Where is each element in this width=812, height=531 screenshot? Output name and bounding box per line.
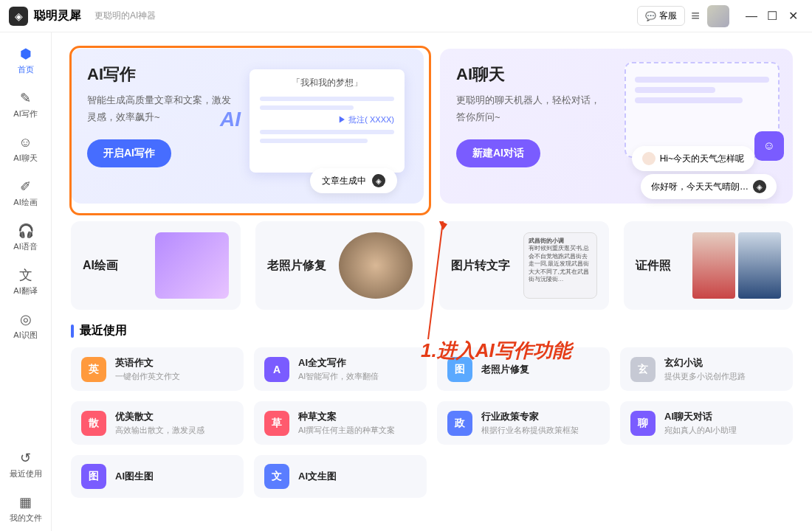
sidebar-icon: 🎧 [18, 223, 34, 239]
recent-item-title: 玄幻小说 [664, 356, 746, 369]
recent-item-9[interactable]: 文 AI文生图 [254, 455, 427, 498]
sidebar-bottom-item-0[interactable]: ↺最近使用 [0, 442, 51, 487]
logo: ◈ 聪明灵犀 更聪明的AI神器 [9, 7, 156, 26]
recent-item-4[interactable]: 散 优美散文高效输出散文，激发灵感 [71, 401, 244, 445]
recent-item-icon: 散 [81, 411, 106, 436]
status-icon: ◈ [372, 174, 385, 187]
app-name: 聪明灵犀 [34, 8, 81, 24]
recent-item-icon: 文 [264, 464, 289, 489]
paper-mock: 「我和我的梦想」 ▶ 批注( XXXX) [250, 69, 405, 173]
recent-item-5[interactable]: 草 种草文案AI撰写任何主题的种草文案 [254, 401, 427, 445]
user-avatar-icon [642, 152, 656, 165]
titlebar: ◈ 聪明灵犀 更聪明的AI神器 💬 客服 ≡ — ☐ ✕ [0, 0, 812, 32]
recent-item-sub: 宛如真人的AI小助理 [664, 425, 737, 436]
feature-card-title: 图片转文字 [451, 258, 510, 274]
feature-card-title: 老照片修复 [267, 258, 326, 274]
feature-thumb [155, 232, 229, 299]
chat-bubble-user: Hi~今天的天气怎样呢 [632, 146, 754, 171]
recent-item-6[interactable]: 政 行业政策专家根据行业名称提供政策框架 [437, 401, 610, 445]
recent-item-title: AI聊天对话 [664, 410, 737, 423]
recent-item-sub: 高效输出散文，激发灵感 [115, 425, 204, 436]
recent-item-sub: 一键创作英文作文 [115, 371, 180, 382]
svg-marker-1 [438, 221, 447, 230]
recent-title: 最近使用 [80, 323, 127, 339]
recent-item-title: 英语作文 [115, 356, 180, 369]
recent-item-icon: 玄 [630, 357, 656, 382]
recent-item-title: 老照片修复 [481, 363, 529, 376]
recent-item-icon: 草 [264, 411, 289, 436]
generation-status-pill: 文章生成中 ◈ [310, 168, 397, 193]
logo-icon: ◈ [9, 7, 28, 26]
sidebar-item-4[interactable]: 🎧AI语音 [0, 215, 51, 260]
minimize-button[interactable]: — [741, 10, 762, 23]
sidebar-bottom-item-1[interactable]: ▦我的文件 [0, 487, 51, 531]
recent-item-sub: 根据行业名称提供政策框架 [481, 425, 579, 436]
sidebar-icon: 文 [18, 267, 34, 283]
feature-card-1[interactable]: 老照片修复 [255, 221, 425, 310]
sidebar-icon: ✐ [18, 178, 34, 195]
chat-fab-icon: ☺ [754, 131, 784, 161]
svg-line-0 [428, 221, 443, 339]
sidebar-item-6[interactable]: ◎AI识图 [0, 304, 51, 348]
recent-item-title: 优美散文 [115, 410, 204, 423]
sidebar-item-3[interactable]: ✐AI绘画 [0, 171, 51, 215]
feature-thumb: 武昌街的小调有时候到重庆逛买书,总会不自觉地跑武昌街去走一回,最近发现武昌街大大… [523, 232, 597, 299]
hero-chat-desc: 更聪明的聊天机器人，轻松对话，答你所问~ [456, 91, 604, 126]
menu-icon[interactable]: ≡ [691, 7, 700, 24]
close-button[interactable]: ✕ [782, 9, 803, 23]
hero-ai-chat[interactable]: AI聊天 更聪明的聊天机器人，轻松对话，答你所问~ 新建AI对话 ☺ Hi~今天… [440, 49, 793, 204]
sidebar-icon: ▦ [18, 494, 34, 510]
maximize-button[interactable]: ☐ [762, 9, 782, 23]
user-avatar[interactable] [707, 5, 729, 27]
feature-card-title: 证件照 [636, 258, 671, 274]
hero-write-desc: 智能生成高质量文章和文案，激发灵感，效率飙升~ [87, 91, 235, 126]
feature-thumb [692, 232, 781, 299]
sidebar-item-2[interactable]: ☺AI聊天 [0, 127, 51, 171]
support-button[interactable]: 💬 客服 [637, 6, 685, 26]
recent-item-icon: 政 [447, 411, 472, 436]
sidebar-icon: ◎ [18, 311, 34, 327]
recent-item-8[interactable]: 图 AI图生图 [71, 455, 244, 498]
sidebar-icon: ⬢ [18, 46, 34, 62]
recent-item-title: AI全文写作 [298, 356, 379, 369]
hero-ai-write[interactable]: AI写作 智能生成高质量文章和文案，激发灵感，效率飙升~ 开启AI写作 AI 「… [71, 49, 424, 204]
recent-item-3[interactable]: 玄 玄幻小说提供更多小说创作思路 [620, 347, 793, 391]
bot-icon: ◈ [753, 180, 766, 193]
app-subtitle: 更聪明的AI神器 [94, 10, 156, 22]
start-ai-write-button[interactable]: 开启AI写作 [87, 139, 171, 167]
sidebar-item-1[interactable]: ✎AI写作 [0, 83, 51, 127]
annotation-arrow-icon [406, 221, 450, 343]
annotation-text: 1.进入AI写作功能 [421, 338, 571, 364]
sidebar-item-0[interactable]: ⬢首页 [0, 38, 51, 83]
sidebar-icon: ☺ [18, 134, 34, 150]
recent-item-title: 行业政策专家 [481, 410, 579, 423]
hero-write-illustration: AI 「我和我的梦想」 ▶ 批注( XXXX) 文章生成中 ◈ [227, 63, 412, 189]
recent-item-0[interactable]: 英 英语作文一键创作英文作文 [71, 347, 244, 391]
recent-item-sub: AI撰写任何主题的种草文案 [298, 425, 395, 436]
feature-card-2[interactable]: 图片转文字武昌街的小调有时候到重庆逛买书,总会不自觉地跑武昌街去走一回,最近发现… [439, 221, 609, 310]
recent-item-1[interactable]: A AI全文写作AI智能写作，效率翻倍 [254, 347, 427, 391]
recent-item-icon: 聊 [630, 411, 656, 436]
recent-item-7[interactable]: 聊 AI聊天对话宛如真人的AI小助理 [620, 401, 793, 445]
feature-thumb [339, 232, 413, 299]
recent-item-title: AI文生图 [298, 470, 337, 483]
new-ai-chat-button[interactable]: 新建AI对话 [456, 139, 540, 167]
feature-card-0[interactable]: AI绘画 [71, 221, 241, 310]
recent-item-sub: 提供更多小说创作思路 [664, 371, 746, 382]
recent-item-title: 种草文案 [298, 410, 395, 423]
recent-grid: 英 英语作文一键创作英文作文A AI全文写作AI智能写作，效率翻倍图 老照片修复… [71, 347, 793, 498]
chat-icon: 💬 [645, 11, 656, 21]
feature-card-title: AI绘画 [83, 258, 118, 274]
recent-item-icon: 英 [81, 357, 106, 382]
ai-badge-icon: AI [220, 108, 241, 131]
recent-item-icon: 图 [81, 464, 106, 489]
recent-item-title: AI图生图 [115, 470, 154, 483]
recent-item-sub: AI智能写作，效率翻倍 [298, 371, 379, 382]
sidebar-item-5[interactable]: 文AI翻译 [0, 260, 51, 304]
sidebar-icon: ✎ [18, 90, 34, 106]
feature-card-3[interactable]: 证件照 [624, 221, 794, 310]
chat-bubble-bot: 你好呀，今天天气晴朗… ◈ [641, 174, 777, 199]
sidebar: ⬢首页✎AI写作☺AI聊天✐AI绘画🎧AI语音文AI翻译◎AI识图↺最近使用▦我… [0, 32, 52, 531]
recent-item-icon: A [264, 357, 289, 382]
sidebar-icon: ↺ [18, 450, 34, 466]
